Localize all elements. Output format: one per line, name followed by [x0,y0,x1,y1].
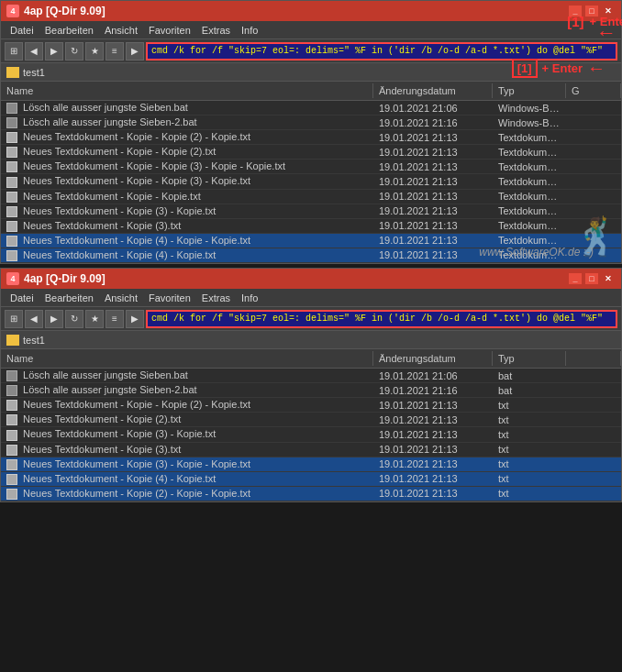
file-extra-cell [566,419,621,421]
file-icon [6,370,17,381]
file-icon [6,474,17,485]
toolbar-forward-btn-1[interactable]: ▶ [45,42,63,61]
toolbar-refresh-btn-2[interactable]: ↻ [65,310,83,328]
file-name-cell: Neues Textdokument - Kopie - Kopie (2) -… [1,398,373,412]
toolbar-layout-btn-1[interactable]: ≡ [106,42,124,61]
col-type-1[interactable]: Typ [493,83,566,98]
file-date-cell: 19.01.2021 21:13 [373,487,493,500]
toolbar-refresh-btn-1[interactable]: ↻ [65,42,83,61]
file-type-cell: bat [493,384,566,397]
file-name-cell: Neues Textdokument - Kopie (4) - Kopie -… [1,234,373,248]
table-row[interactable]: Lösch alle ausser jungste Sieben.bat 19.… [1,101,621,116]
file-date-cell: 19.01.2021 21:13 [373,131,493,144]
table-row[interactable]: Neues Textdokument - Kopie - Kopie (2) -… [1,130,621,145]
menu-bar-1: Datei Bearbeiten Ansicht Favoriten Extra… [1,21,621,39]
toolbar-back-btn-2[interactable]: ◀ [25,310,43,328]
col-name-1[interactable]: Name [1,83,373,98]
col-name-2[interactable]: Name [1,351,373,366]
table-row[interactable]: Neues Textdokument - Kopie (3) - Kopie.t… [1,427,621,442]
table-row[interactable]: Neues Textdokument - Kopie - Kopie (2).t… [1,145,621,160]
menu-extras-1[interactable]: Extras [196,23,236,38]
col-extra-1[interactable]: G [566,83,621,98]
file-extra-cell [566,151,621,153]
file-date-cell: 19.01.2021 21:16 [373,116,493,129]
menu-info-1[interactable]: Info [236,23,263,38]
toolbar-grid-btn-2[interactable]: ⊞ [5,310,23,328]
file-extra-cell [566,492,621,494]
minimize-button-2[interactable]: _ [568,272,583,285]
file-extra-cell [566,478,621,479]
table-row[interactable]: Lösch alle ausser jungste Sieben.bat 19.… [1,369,621,383]
annotation-bracket: [1] [567,14,583,29]
table-row[interactable]: Neues Textdokument - Kopie (2) - Kopie -… [1,487,621,501]
col-extra-2[interactable] [566,351,621,366]
menu-bar-2: Datei Bearbeiten Ansicht Favoriten Extra… [1,289,621,307]
table-row[interactable]: Neues Textdokument - Kopie - Kopie (2) -… [1,398,621,413]
window-controls-2: _ □ ✕ [568,272,616,285]
toolbar-layout-btn-2[interactable]: ≡ [106,310,124,328]
annotation-plus-enter: + Enter [590,15,622,28]
file-extra-cell [566,181,621,182]
file-name-cell: Neues Textdokument - Kopie (4) - Kopie.t… [1,248,373,262]
table-row[interactable]: Lösch alle ausser jungste Sieben-2.bat 1… [1,383,621,398]
table-row[interactable]: Neues Textdokument - Kopie (2).txt 19.01… [1,413,621,427]
col-date-1[interactable]: Änderungsdatum [373,83,493,98]
file-icon [6,400,17,411]
close-button-2[interactable]: ✕ [601,272,616,285]
file-type-cell: txt [493,472,566,485]
folder-icon-2 [6,335,19,346]
file-name-cell: Neues Textdokument - Kopie (3).txt [1,219,373,233]
file-icon [6,430,17,441]
file-name-cell: Neues Textdokument - Kopie (3) - Kopie.t… [1,427,373,441]
file-date-cell: 19.01.2021 21:13 [373,248,493,261]
table-row[interactable]: Neues Textdokument - Kopie - Kopie (3) -… [1,174,621,189]
toolbar-nav-btn-1[interactable]: ▶ [126,42,144,61]
menu-ansicht-2[interactable]: Ansicht [99,291,143,305]
breadcrumb-text-2: test1 [23,335,45,346]
file-list-1: Lösch alle ausser jungste Sieben.bat 19.… [1,101,621,263]
table-row[interactable]: Lösch alle ausser jungste Sieben-2.bat 1… [1,116,621,130]
toolbar-star-btn-2[interactable]: ★ [85,310,104,328]
file-type-cell: Textdokument [493,219,566,232]
watermark: www.SoftwareOK.de :-) [479,246,594,259]
table-row[interactable]: Neues Textdokument - Kopie (3) - Kopie -… [1,457,621,472]
annotation-overlay: [1] + Enter → [512,58,605,79]
toolbar-back-btn-1[interactable]: ◀ [25,42,43,61]
file-icon [6,459,17,470]
toolbar-star-btn-1[interactable]: ★ [85,42,104,61]
menu-info-2[interactable]: Info [236,291,263,305]
table-row[interactable]: Neues Textdokument - Kopie (3).txt 19.01… [1,219,621,234]
file-type-cell: Textdokument [493,160,566,173]
app-icon-1: 4 [6,5,19,17]
menu-datei-2[interactable]: Datei [5,291,39,305]
table-row[interactable]: Neues Textdokument - Kopie - Kopie.txt 1… [1,190,621,204]
table-row[interactable]: Neues Textdokument - Kopie (3) - Kopie.t… [1,204,621,219]
file-list-header-2: Name Änderungsdatum Typ [1,349,621,369]
col-date-2[interactable]: Änderungsdatum [373,351,493,366]
menu-datei-1[interactable]: Datei [5,23,39,38]
col-type-2[interactable]: Typ [493,351,566,366]
file-extra-cell [566,434,621,435]
table-row[interactable]: Neues Textdokument - Kopie (4) - Kopie.t… [1,472,621,487]
file-date-cell: 19.01.2021 21:13 [373,190,493,203]
toolbar-forward-btn-2[interactable]: ▶ [45,310,63,328]
table-row[interactable]: Neues Textdokument - Kopie - Kopie (3) -… [1,160,621,174]
maximize-button-2[interactable]: □ [584,272,599,285]
file-extra-cell [566,375,621,377]
file-extra-cell [566,195,621,197]
folder-icon-1 [6,67,19,78]
menu-bearbeiten-1[interactable]: Bearbeiten [39,23,99,38]
menu-ansicht-1[interactable]: Ansicht [99,23,143,38]
file-type-cell: Textdokument [493,175,566,188]
menu-extras-2[interactable]: Extras [196,291,236,305]
table-row[interactable]: Neues Textdokument - Kopie (3).txt 19.01… [1,443,621,457]
toolbar-grid-btn-1[interactable]: ⊞ [5,42,23,61]
menu-favoriten-1[interactable]: Favoriten [143,23,196,38]
file-icon [6,177,17,188]
annotation-plus-enter-label: + Enter [542,61,583,75]
toolbar-nav-btn-2[interactable]: ▶ [126,310,144,328]
menu-favoriten-2[interactable]: Favoriten [143,291,196,305]
file-type-cell: txt [493,399,566,412]
address-bar-2[interactable]: cmd /k for /f "skip=7 eol=: delims=" %F … [146,310,617,328]
menu-bearbeiten-2[interactable]: Bearbeiten [39,291,99,305]
